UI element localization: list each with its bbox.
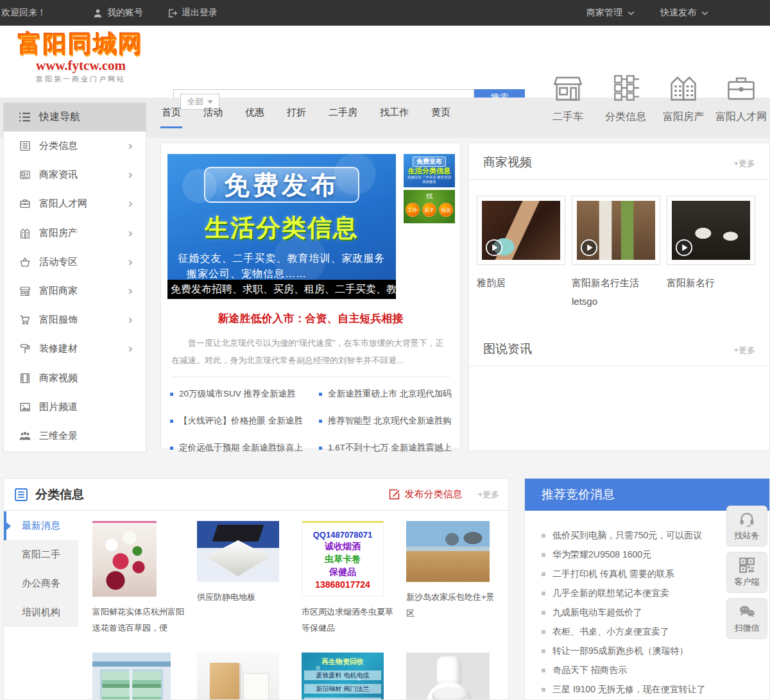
sidebar-item-fashion[interactable]: 富阳服饰› [4,305,146,334]
bullet-icon [319,393,322,396]
bullet-icon [542,534,545,538]
play-icon [675,239,693,257]
sidebar-item-photos[interactable]: 图片频道 [4,393,146,422]
news-link[interactable]: 定价远低于预期 全新途胜惊喜上 [170,442,319,454]
banner-thumb-find[interactable]: 找 工作 房子 信息 [404,190,455,223]
banner-thumb-classifieds[interactable]: 免费发布 生活分类信息 征婚交友 二手买卖 教育培训 家政服务 [404,154,455,187]
product-card-tobacco[interactable]: QQ1487078071 诚收烟酒 虫草卡卷 保健品 13868017724 市… [302,521,403,636]
quick-post-menu[interactable]: 快速发布 [660,7,708,19]
merchant-management-menu[interactable]: 商家管理 [586,7,635,19]
bid-link[interactable]: 华为荣耀2U9508 1600元 [542,545,758,565]
tab-jobs[interactable]: 找工作 [379,105,410,128]
sidebar-item-merchants[interactable]: 富阳商家› [4,277,146,305]
sidebar-item-panorama[interactable]: 三维全景 [4,422,146,450]
sidebar-item-renovation[interactable]: 装修建材› [4,334,146,363]
news-link[interactable]: 【火线评论】价格抢眼 全新途胜 [170,415,319,427]
classified-more-link[interactable]: +更多 [477,489,499,500]
bullet-icon [542,649,545,653]
bullet-icon [319,420,322,423]
classified-tab-secondhand[interactable]: 富阳二手 [4,540,78,569]
quick-link-jobs-site[interactable]: 富阳人才网 [712,74,770,124]
play-icon [580,239,598,257]
product-card-giftbox[interactable] [197,653,298,700]
bid-link[interactable]: 二手打印机 传真机 需要的联系 [542,565,758,584]
sidebar-item-classifieds[interactable]: 分类信息› [4,132,146,160]
classified-tab-training[interactable]: 培训机构 [4,598,78,627]
video-row: 雅韵居 富阳新名行生活letsgo 富阳新名行 [469,180,769,311]
video-card[interactable]: 富阳新名行生活letsgo [572,196,660,311]
my-account-link[interactable]: 我的账号 [93,7,143,19]
tab-deals[interactable]: 优惠 [244,105,266,128]
product-card-toilet[interactable] [406,653,508,700]
product-card-recycling[interactable]: 再生物资回收 废铁废料 电机电缆 新旧钢材 阀门法兰 电力设备 有色金属 [302,653,403,700]
tab-home[interactable]: 首页 [160,105,182,128]
app-client-button[interactable]: 客户端 [726,552,767,593]
chevron-down-icon [628,11,635,15]
news-headline[interactable]: 新途胜低价入市：合资、自主短兵相接 [161,311,460,326]
product-card-floor[interactable]: 供应防静电地板 [197,521,298,636]
pics-panel-header: 图说资讯 +更多 [469,330,769,366]
cart-icon [19,314,31,325]
product-card-fridge[interactable] [92,653,194,700]
sidebar-item-merchant-news[interactable]: 商家资讯› [4,160,146,189]
floating-toolbar: 找站务 客户端 扫微信 [726,506,767,644]
sidebar-item-jobs-site[interactable]: 富阳人才网› [4,189,146,218]
news-link[interactable]: 全新途胜重磅上市 北京现代加码 [319,388,461,400]
quick-link-real-estate[interactable]: 富阳房产 [654,74,712,124]
pics-more-link[interactable]: +更多 [733,345,755,356]
video-panel: 商家视频 +更多 雅韵居 富阳新名行生活letsgo 富阳新名行 [468,142,770,451]
quick-link-used-cars[interactable]: 二手车 [539,74,597,124]
product-image [406,653,490,700]
banner-free-post: 免费发布 [204,167,359,203]
product-card-farmstay[interactable]: 新沙岛农家乐包吃住+景区 [406,521,508,636]
tab-secondhand-house[interactable]: 二手房 [327,105,359,128]
users-icon [19,431,31,441]
bullet-icon [542,611,545,615]
bid-link[interactable]: 三星 I9100 无拆无修，现在便宜转让了 [542,680,758,699]
news-block: 新途胜低价入市：合资、自主短兵相接 曾一度让北京现代引以为傲的“现代速度”，在车… [161,311,460,454]
list-icon [19,141,31,151]
video-card[interactable]: 雅韵居 [477,196,565,311]
quick-link-classifieds[interactable]: 分类信息 [597,74,654,124]
post-classified-link[interactable]: 发布分类信息 [389,488,462,500]
video-card[interactable]: 富阳新名行 [667,196,755,311]
storefront-icon [553,74,583,102]
wechat-scan-button[interactable]: 扫微信 [726,598,767,639]
hero-banner[interactable]: 免费发布 生活分类信息 征婚交友、二手买卖、教育培训、家政服务 搬家公司、宠物信… [167,154,396,299]
bullet-icon [170,447,173,450]
news-link[interactable]: 推荐智能型 北京现代全新途胜购 [319,415,461,427]
storefront-icon [19,286,31,296]
logout-link[interactable]: 退出登录 [167,7,218,19]
contact-webmaster-button[interactable]: 找站务 [726,506,767,547]
bid-link[interactable]: 九成新电动车超低价了 [542,603,758,622]
bid-link[interactable]: 衣柜、书桌、小方桌便宜卖了 [542,622,758,642]
sidebar-item-activities[interactable]: 活动专区› [4,248,146,277]
tab-discount[interactable]: 打折 [286,105,307,128]
bid-link[interactable]: 低价买到电脑，只需750元，可以面议 [542,526,758,545]
tab-activity[interactable]: 活动 [202,105,224,128]
bullet-icon [542,669,545,672]
classified-tabs: 最新消息 富阳二手 办公商务 培训机构 [4,511,78,627]
main-panel: 免费发布 生活分类信息 征婚交友、二手买卖、教育培训、家政服务 搬家公司、宠物信… [160,142,461,449]
product-card-flowers[interactable]: 富阳鲜花实体店杭州富阳送花首选百草园，便 [92,521,194,636]
classified-tab-office[interactable]: 办公商务 [4,569,78,598]
briefcase-icon [726,74,756,102]
qrcode-icon [739,558,755,573]
product-grid: 富阳鲜花实体店杭州富阳送花首选百草园，便 供应防静电地板 QQ148707807… [78,511,508,699]
video-more-link[interactable]: +更多 [733,158,755,169]
sidebar-item-real-estate[interactable]: 富阳房产› [4,219,146,248]
bullet-icon [542,592,545,595]
sidebar-item-videos[interactable]: 商家视频 [4,364,146,393]
news-link[interactable]: 20万级城市SUV 推荐全新途胜 [170,388,319,400]
news-link[interactable]: 1.6T不到十七万 全新途胜震撼上 [319,442,461,454]
bullet-icon [542,572,545,576]
bullet-icon [542,630,545,634]
classified-tab-latest[interactable]: 最新消息 [4,511,78,540]
product-image [92,653,171,700]
bid-link[interactable]: 奇品天下 招商告示 [542,661,758,680]
site-logo[interactable]: 富阳同城网 www.fytcw.com 富阳第一商业门户网站 [5,31,157,84]
menu-list-icon [19,112,31,122]
bid-link[interactable]: 几乎全新的联想笔记本便宜卖 [542,584,758,603]
tab-yellow-pages[interactable]: 黄页 [430,105,452,128]
bid-link[interactable]: 转让一部95成新跑步机（澳瑞特） [542,642,758,661]
